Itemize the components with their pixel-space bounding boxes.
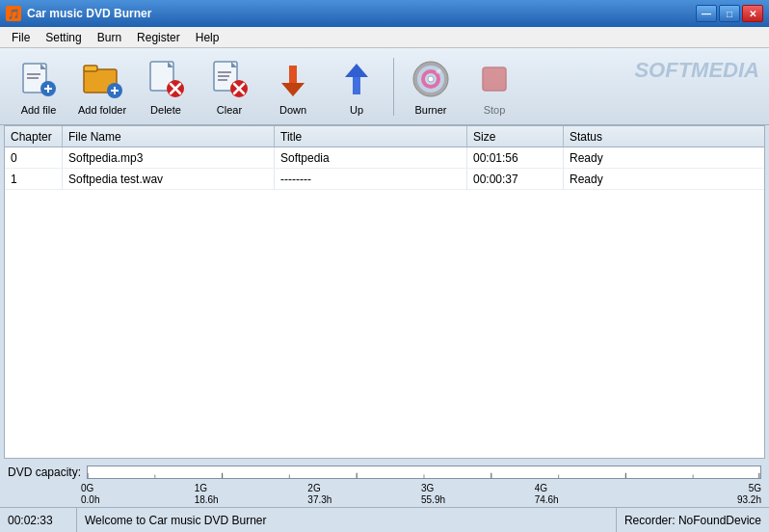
add-file-button[interactable]: Add file xyxy=(8,54,69,120)
svg-rect-28 xyxy=(353,77,360,94)
menu-bar: File Setting Burn Register Help xyxy=(0,27,769,48)
cell-size-0: 00:01:56 xyxy=(467,147,564,168)
app-icon: 🎵 xyxy=(6,6,21,21)
svg-rect-6 xyxy=(47,85,49,93)
svg-rect-21 xyxy=(218,79,227,81)
cell-filename-1: Softpedia test.wav xyxy=(63,169,275,189)
col-title: Title xyxy=(275,126,467,146)
scale-932h: 93.2h xyxy=(648,494,761,505)
scale-373h: 37.3h xyxy=(307,494,421,505)
status-message: Welcome to Car music DVD Burner xyxy=(77,514,616,527)
cell-status-0: Ready xyxy=(564,147,660,168)
clear-icon xyxy=(208,58,251,100)
scale-186h: 18.6h xyxy=(195,494,308,505)
menu-file[interactable]: File xyxy=(4,29,38,46)
add-folder-button[interactable]: Add folder xyxy=(71,54,133,120)
softmedia-watermark: SOFTMEDIA xyxy=(634,58,759,83)
cell-status-1: Ready xyxy=(564,169,660,189)
title-controls: — □ ✕ xyxy=(696,5,763,22)
up-icon xyxy=(335,58,378,100)
svg-rect-8 xyxy=(84,66,97,71)
down-label: Down xyxy=(279,104,306,116)
cell-size-1: 00:00:37 xyxy=(467,169,564,189)
add-folder-icon xyxy=(81,58,123,100)
svg-marker-26 xyxy=(281,83,305,96)
svg-rect-20 xyxy=(218,75,229,77)
menu-register[interactable]: Register xyxy=(129,29,188,46)
cell-title-1: -------- xyxy=(275,169,467,189)
maximize-button[interactable]: □ xyxy=(719,5,740,22)
clear-button[interactable]: Clear xyxy=(199,54,260,120)
capacity-scale-top: 0G 1G 2G 3G 4G 5G xyxy=(8,483,761,493)
capacity-section: DVD capacity: 0G 1G 2G 3G 4G 5G xyxy=(0,459,769,507)
capacity-label: DVD capacity: xyxy=(8,466,81,479)
window-title: Car music DVD Burner xyxy=(27,7,151,20)
title-bar-left: 🎵 Car music DVD Burner xyxy=(6,6,151,21)
scale-0h: 0.0h xyxy=(81,494,195,505)
close-button[interactable]: ✕ xyxy=(742,5,763,22)
clear-label: Clear xyxy=(217,104,242,116)
scale-4g: 4G xyxy=(535,483,649,493)
add-file-label: Add file xyxy=(21,104,57,116)
delete-icon xyxy=(145,58,187,100)
scale-559h: 55.9h xyxy=(421,494,535,505)
stop-button[interactable]: Stop xyxy=(464,54,525,120)
file-list-header: Chapter File Name Title Size Status xyxy=(5,126,764,147)
stop-label: Stop xyxy=(484,104,506,116)
file-list-container: Chapter File Name Title Size Status 0 So… xyxy=(4,125,765,459)
cell-chapter-1: 1 xyxy=(5,169,63,189)
capacity-scale-bottom: 0.0h 18.6h 37.3h 55.9h 74.6h 93.2h xyxy=(8,494,761,505)
col-chapter: Chapter xyxy=(5,126,63,146)
scale-0g: 0G xyxy=(81,483,195,493)
scale-5g: 5G xyxy=(648,483,761,493)
col-status: Status xyxy=(564,126,660,146)
status-bar: 00:02:33 Welcome to Car music DVD Burner… xyxy=(0,507,769,532)
svg-point-33 xyxy=(428,76,434,82)
status-time: 00:02:33 xyxy=(0,508,77,532)
delete-label: Delete xyxy=(150,104,181,116)
scale-1g: 1G xyxy=(195,483,308,493)
svg-marker-27 xyxy=(345,64,368,77)
up-label: Up xyxy=(350,104,363,116)
col-filename: File Name xyxy=(63,126,275,146)
cell-title-0: Softpedia xyxy=(275,147,467,168)
svg-rect-11 xyxy=(114,87,116,94)
down-button[interactable]: Down xyxy=(262,54,324,120)
burner-label: Burner xyxy=(414,104,446,116)
table-row[interactable]: 1 Softpedia test.wav -------- 00:00:37 R… xyxy=(5,169,764,190)
capacity-label-row: DVD capacity: xyxy=(8,463,761,482)
table-row[interactable]: 0 Softpedia.mp3 Softpedia 00:01:56 Ready xyxy=(5,147,764,169)
minimize-button[interactable]: — xyxy=(696,5,717,22)
capacity-bar xyxy=(87,466,761,479)
svg-rect-3 xyxy=(27,77,39,79)
stop-icon xyxy=(473,58,516,100)
cell-filename-0: Softpedia.mp3 xyxy=(63,147,275,168)
menu-setting[interactable]: Setting xyxy=(38,29,89,46)
down-icon xyxy=(272,58,314,100)
title-bar: 🎵 Car music DVD Burner — □ ✕ xyxy=(0,0,769,27)
file-list-body: 0 Softpedia.mp3 Softpedia 00:01:56 Ready… xyxy=(5,147,764,458)
cell-chapter-0: 0 xyxy=(5,147,63,168)
col-size: Size xyxy=(467,126,564,146)
toolbar: Add file Add folder Delete xyxy=(0,48,769,125)
add-file-icon xyxy=(17,58,60,100)
menu-help[interactable]: Help xyxy=(188,29,227,46)
svg-rect-19 xyxy=(218,71,231,73)
scale-2g: 2G xyxy=(307,483,421,493)
svg-rect-25 xyxy=(289,66,297,83)
svg-rect-2 xyxy=(27,73,40,75)
scale-746h: 74.6h xyxy=(535,494,649,505)
up-button[interactable]: Up xyxy=(326,54,387,120)
burner-button[interactable]: Burner xyxy=(400,54,462,120)
toolbar-divider xyxy=(393,58,394,116)
svg-rect-35 xyxy=(483,67,506,91)
menu-burn[interactable]: Burn xyxy=(90,29,129,46)
scale-3g: 3G xyxy=(421,483,535,493)
delete-button[interactable]: Delete xyxy=(135,54,197,120)
status-recorder: Recorder: NoFoundDevice xyxy=(616,508,769,532)
burner-icon xyxy=(410,58,452,100)
add-folder-label: Add folder xyxy=(78,104,126,116)
